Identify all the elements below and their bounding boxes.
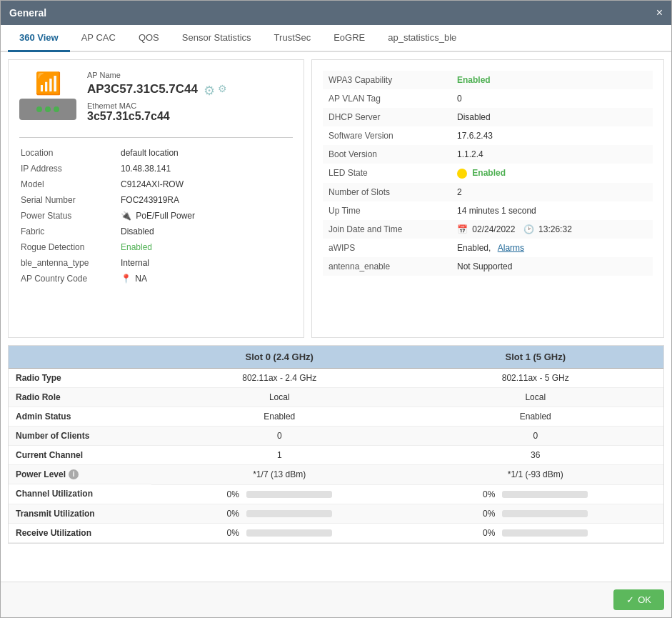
util-pct-1-tx: 0% bbox=[483, 509, 495, 519]
window-title: General bbox=[9, 7, 46, 19]
info-row-power: Power Status 🔌 PoE/Full Power bbox=[19, 208, 293, 224]
ap-info-text: AP Name AP3C57.31C5.7C44 ⚙ ⚙ Ethernet MA… bbox=[87, 71, 293, 123]
slot-row-channel: Current Channel 1 36 bbox=[9, 446, 663, 465]
slot0-radiotype: 802.11ax - 2.4 GHz bbox=[151, 369, 408, 388]
right-value-slots: 2 bbox=[451, 183, 653, 201]
tab-trustsec[interactable]: TrustSec bbox=[263, 25, 323, 52]
right-info-table: WPA3 Capability Enabled AP VLAN Tag 0 DH… bbox=[323, 71, 653, 276]
util-cell-1-channel: 0% bbox=[415, 489, 657, 499]
right-label-led: LED State bbox=[323, 164, 451, 183]
info-row-country: AP Country Code 📍 NA bbox=[19, 271, 293, 286]
progress-bar-0-channel bbox=[246, 491, 332, 498]
dot-2 bbox=[45, 106, 51, 112]
ap-icon-area: 📶 bbox=[19, 71, 76, 130]
right-value-led: Enabled bbox=[451, 164, 653, 183]
slot-row-power: Power Level i *1/7 (13 dBm) *1/1 (-93 dB… bbox=[9, 465, 663, 485]
right-row-software: Software Version 17.6.2.43 bbox=[323, 126, 653, 145]
right-label-vlan: AP VLAN Tag bbox=[323, 89, 451, 108]
label-serial: Serial Number bbox=[19, 192, 119, 208]
slot0-channel: 1 bbox=[151, 446, 408, 465]
slot1-radiotype: 802.11ax - 5 GHz bbox=[408, 369, 664, 388]
right-value-awips: Enabled, Alarms bbox=[451, 239, 653, 257]
clock-icon: 🕑 bbox=[523, 224, 534, 234]
right-row-slots: Number of Slots 2 bbox=[323, 183, 653, 201]
util-pct-0-tx: 0% bbox=[227, 509, 239, 519]
util-pct-1-rx: 0% bbox=[483, 528, 495, 538]
slot-label-clients: Number of Clients bbox=[9, 427, 151, 446]
right-value-dhcp: Disabled bbox=[451, 108, 653, 126]
tab-qos[interactable]: QOS bbox=[127, 25, 171, 52]
title-bar: General × bbox=[1, 1, 671, 25]
awips-enabled: Enabled, bbox=[457, 243, 491, 253]
tab-apcac[interactable]: AP CAC bbox=[70, 25, 127, 52]
value-power: 🔌 PoE/Full Power bbox=[119, 208, 293, 224]
label-ip: IP Address bbox=[19, 161, 119, 176]
value-ip: 10.48.38.141 bbox=[119, 161, 293, 176]
util-cell-1-tx: 0% bbox=[415, 509, 657, 519]
ok-checkmark-icon: ✓ bbox=[626, 594, 634, 605]
slot-label-tx-util: Transmit Utilization bbox=[9, 504, 151, 523]
slot-label-radiorole: Radio Role bbox=[9, 388, 151, 407]
dot-3 bbox=[54, 106, 59, 112]
ethernet-mac-value: 3c57.31c5.7c44 bbox=[87, 110, 293, 123]
right-label-awips: aWIPS bbox=[323, 239, 451, 257]
info-row-fabric: Fabric Disabled bbox=[19, 224, 293, 239]
close-button[interactable]: × bbox=[656, 6, 663, 19]
gear-icon-1[interactable]: ⚙ bbox=[204, 83, 215, 99]
right-row-vlan: AP VLAN Tag 0 bbox=[323, 89, 653, 108]
right-row-awips: aWIPS Enabled, Alarms bbox=[323, 239, 653, 257]
util-cell-0-tx: 0% bbox=[159, 509, 401, 519]
tab-eogre[interactable]: EoGRE bbox=[322, 25, 376, 52]
slot-row-radiotype: Radio Type 802.11ax - 2.4 GHz 802.11ax -… bbox=[9, 369, 663, 388]
ethernet-mac-label: Ethernet MAC bbox=[87, 101, 293, 110]
gear-icon-2[interactable]: ⚙ bbox=[218, 83, 227, 99]
right-row-boot: Boot Version 1.1.2.4 bbox=[323, 145, 653, 164]
slot1-header: Slot 1 (5 GHz) bbox=[408, 346, 664, 368]
util-pct-0-channel: 0% bbox=[227, 489, 239, 499]
slot-row-clients: Number of Clients 0 0 bbox=[9, 427, 663, 446]
label-ble: ble_antenna_type bbox=[19, 255, 119, 271]
awips-alarms-link[interactable]: Alarms bbox=[498, 243, 524, 253]
info-row-ip: IP Address 10.48.38.141 bbox=[19, 161, 293, 176]
right-row-uptime: Up Time 14 minutes 1 second bbox=[323, 201, 653, 220]
value-location: default location bbox=[119, 145, 293, 161]
slot1-channel-util: 0% bbox=[408, 484, 664, 504]
tab-sensorstats[interactable]: Sensor Statistics bbox=[171, 25, 263, 52]
util-pct-0-rx: 0% bbox=[227, 528, 239, 538]
slot0-header: Slot 0 (2.4 GHz) bbox=[151, 346, 408, 368]
divider-1 bbox=[19, 137, 293, 138]
label-rogue: Rogue Detection bbox=[19, 239, 119, 255]
util-cell-0-channel: 0% bbox=[159, 489, 401, 499]
slot1-tx-util: 0% bbox=[408, 504, 664, 523]
slot1-clients: 0 bbox=[408, 427, 664, 446]
ap-name-label: AP Name bbox=[87, 71, 293, 79]
slots-section: Slot 0 (2.4 GHz) Slot 1 (5 GHz) Radio Ty… bbox=[8, 345, 664, 544]
util-pct-1-channel: 0% bbox=[483, 489, 495, 499]
slots-header-row: Slot 0 (2.4 GHz) Slot 1 (5 GHz) bbox=[9, 346, 663, 369]
slot-row-radiorole: Radio Role Local Local bbox=[9, 388, 663, 407]
slot-row-channel-util: Channel Utilization 0% 0% bbox=[9, 484, 663, 504]
tab-360view[interactable]: 360 View bbox=[8, 25, 70, 52]
value-fabric: Disabled bbox=[119, 224, 293, 239]
slot1-radiorole: Local bbox=[408, 388, 664, 407]
gear-icons: ⚙ ⚙ bbox=[204, 83, 227, 99]
ok-label: OK bbox=[638, 594, 651, 605]
slot0-rx-util: 0% bbox=[151, 523, 408, 542]
info-row-serial: Serial Number FOC243919RA bbox=[19, 192, 293, 208]
slot-label-radiotype: Radio Type bbox=[9, 369, 151, 388]
ok-button[interactable]: ✓ OK bbox=[613, 589, 664, 610]
info-icon: i bbox=[69, 469, 79, 479]
slot-label-admin: Admin Status bbox=[9, 407, 151, 427]
slot0-clients: 0 bbox=[151, 427, 408, 446]
tab-apstatsble[interactable]: ap_statistics_ble bbox=[376, 25, 468, 52]
value-ble: Internal bbox=[119, 255, 293, 271]
right-row-joindate: Join Date and Time 📅 02/24/2022 🕑 13:26:… bbox=[323, 220, 653, 239]
main-content: 📶 AP Name bbox=[1, 52, 671, 582]
slot1-rx-util: 0% bbox=[408, 523, 664, 542]
value-serial: FOC243919RA bbox=[119, 192, 293, 208]
wifi-symbol: 📶 bbox=[19, 71, 76, 96]
right-value-uptime: 14 minutes 1 second bbox=[451, 201, 653, 220]
info-row-ble: ble_antenna_type Internal bbox=[19, 255, 293, 271]
value-model: C9124AXI-ROW bbox=[119, 176, 293, 192]
right-row-led: LED State Enabled bbox=[323, 164, 653, 183]
